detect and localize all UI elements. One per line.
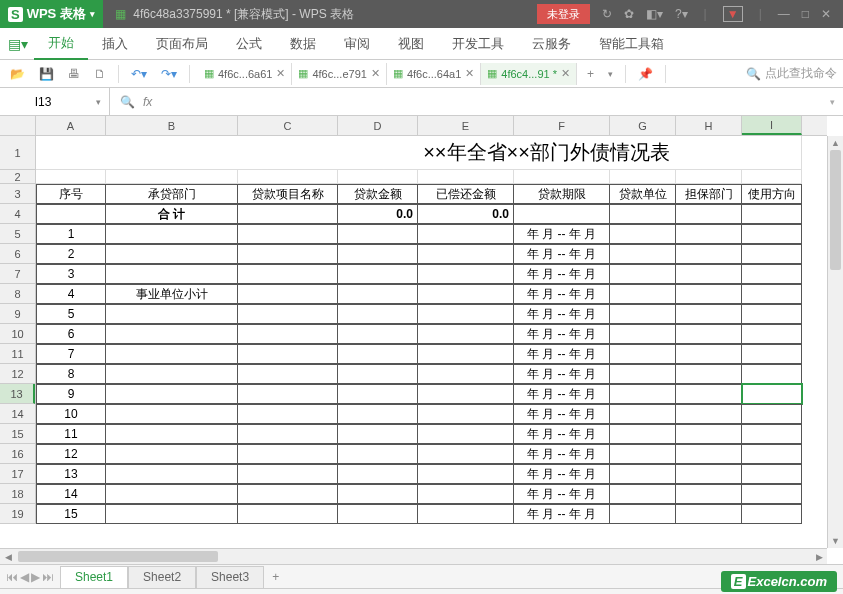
cell[interactable] [742, 284, 802, 304]
cell[interactable] [106, 464, 238, 484]
cell[interactable]: 2 [36, 244, 106, 264]
next-sheet-icon[interactable]: ▶ [31, 570, 40, 584]
save-icon[interactable]: 💾 [35, 65, 58, 83]
cell[interactable] [338, 444, 418, 464]
sync-icon[interactable]: ↻ [602, 7, 612, 21]
cell[interactable] [676, 224, 742, 244]
col-header-E[interactable]: E [418, 116, 514, 135]
cell[interactable] [610, 464, 676, 484]
cell[interactable]: 年 月 -- 年 月 [514, 264, 610, 284]
cell[interactable] [742, 424, 802, 444]
cell[interactable]: 12 [36, 444, 106, 464]
cell[interactable]: 使用方向 [742, 184, 802, 204]
cell[interactable] [106, 444, 238, 464]
cell[interactable] [338, 464, 418, 484]
cell[interactable]: 年 月 -- 年 月 [514, 424, 610, 444]
cell[interactable] [676, 244, 742, 264]
cell[interactable]: 年 月 -- 年 月 [514, 244, 610, 264]
close-button[interactable]: ✕ [821, 7, 831, 21]
col-header-G[interactable]: G [610, 116, 676, 135]
scroll-left-icon[interactable]: ◀ [0, 552, 16, 562]
redo-icon[interactable]: ↷▾ [157, 65, 181, 83]
cell[interactable]: 贷款期限 [514, 184, 610, 204]
cell[interactable] [610, 224, 676, 244]
cell[interactable]: 6 [36, 324, 106, 344]
cell[interactable] [238, 204, 338, 224]
cell[interactable] [338, 264, 418, 284]
cell[interactable] [676, 424, 742, 444]
doc-tab-0[interactable]: ▦4f6c...6a61✕ [198, 63, 292, 85]
menu-tab-2[interactable]: 页面布局 [142, 28, 222, 60]
cell[interactable] [676, 504, 742, 524]
cell[interactable] [238, 284, 338, 304]
select-all-corner[interactable] [0, 116, 36, 136]
cell[interactable]: 年 月 -- 年 月 [514, 384, 610, 404]
row-header-18[interactable]: 18 [0, 484, 35, 504]
horizontal-scrollbar[interactable]: ◀ ▶ [0, 548, 827, 564]
cell[interactable] [106, 170, 238, 184]
close-tab-icon[interactable]: ✕ [465, 67, 474, 80]
cell[interactable]: 贷款项目名称 [238, 184, 338, 204]
cell[interactable] [676, 264, 742, 284]
row-header-11[interactable]: 11 [0, 344, 35, 364]
maximize-button[interactable]: □ [802, 7, 809, 21]
cell[interactable] [514, 170, 610, 184]
cell[interactable] [418, 404, 514, 424]
cell[interactable]: 11 [36, 424, 106, 444]
cells[interactable]: ××年全省××部门外债情况表序号承贷部门贷款项目名称贷款金额已偿还金额贷款期限贷… [36, 136, 827, 548]
row-header-16[interactable]: 16 [0, 444, 35, 464]
cell[interactable]: 4 [36, 284, 106, 304]
h-scroll-thumb[interactable] [18, 551, 218, 562]
cell[interactable] [676, 444, 742, 464]
cell[interactable]: 担保部门 [676, 184, 742, 204]
cell[interactable] [338, 344, 418, 364]
help-icon[interactable]: ?▾ [675, 7, 688, 21]
open-icon[interactable]: 📂 [6, 65, 29, 83]
cell[interactable] [238, 324, 338, 344]
skin-icon[interactable]: ◧▾ [646, 7, 663, 21]
cell[interactable] [514, 204, 610, 224]
row-header-13[interactable]: 13 [0, 384, 35, 404]
cell[interactable] [238, 384, 338, 404]
row-header-15[interactable]: 15 [0, 424, 35, 444]
cell[interactable] [106, 304, 238, 324]
row-header-7[interactable]: 7 [0, 264, 35, 284]
cell[interactable] [676, 404, 742, 424]
cell[interactable] [676, 344, 742, 364]
row-header-17[interactable]: 17 [0, 464, 35, 484]
cell[interactable] [610, 404, 676, 424]
cell[interactable] [676, 170, 742, 184]
cell[interactable] [610, 444, 676, 464]
menu-tab-8[interactable]: 云服务 [518, 28, 585, 60]
cell[interactable] [106, 264, 238, 284]
cell[interactable] [418, 484, 514, 504]
row-header-8[interactable]: 8 [0, 284, 35, 304]
cell[interactable] [742, 444, 802, 464]
cell[interactable]: 合 计 [106, 204, 238, 224]
cell[interactable] [676, 304, 742, 324]
cell[interactable]: 年 月 -- 年 月 [514, 284, 610, 304]
col-header-I[interactable]: I [742, 116, 802, 135]
cell[interactable] [338, 244, 418, 264]
cell[interactable]: 14 [36, 484, 106, 504]
menu-tab-7[interactable]: 开发工具 [438, 28, 518, 60]
first-sheet-icon[interactable]: ⏮ [6, 570, 18, 584]
cell[interactable] [742, 484, 802, 504]
cell[interactable] [676, 464, 742, 484]
cell[interactable]: 贷款金额 [338, 184, 418, 204]
cell[interactable] [238, 504, 338, 524]
cell[interactable] [676, 384, 742, 404]
cell[interactable] [338, 424, 418, 444]
doc-tab-3[interactable]: ▦4f6c4...91 *✕ [481, 63, 577, 85]
login-button[interactable]: 未登录 [537, 4, 590, 24]
cell[interactable] [742, 244, 802, 264]
file-menu-icon[interactable]: ▤▾ [8, 36, 28, 52]
cell[interactable] [742, 404, 802, 424]
row-header-19[interactable]: 19 [0, 504, 35, 524]
cell[interactable]: 年 月 -- 年 月 [514, 344, 610, 364]
col-header-H[interactable]: H [676, 116, 742, 135]
cell[interactable] [106, 424, 238, 444]
cell[interactable] [418, 424, 514, 444]
doc-tab-2[interactable]: ▦4f6c...64a1✕ [387, 63, 481, 85]
cell[interactable] [338, 284, 418, 304]
